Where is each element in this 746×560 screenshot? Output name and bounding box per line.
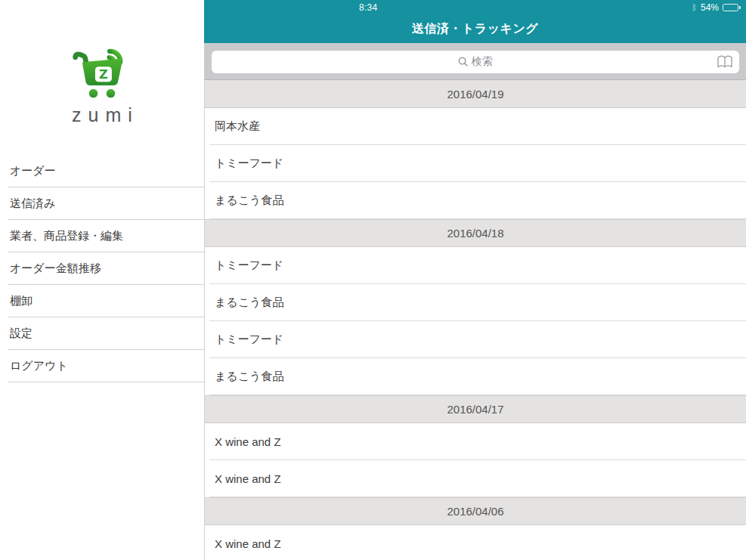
- sidebar-item-label: 送信済み: [10, 196, 55, 211]
- tracking-list: 2016/04/19岡本水産トミーフードまるこう食品2016/04/18トミーフ…: [204, 80, 746, 560]
- status-time: 8:34: [359, 2, 378, 13]
- vendor-row[interactable]: まるこう食品: [205, 358, 746, 395]
- vendor-name: X wine and Z: [215, 537, 281, 550]
- sidebar-item-label: 棚卸: [10, 294, 33, 308]
- vendor-row[interactable]: X wine and Z: [205, 423, 746, 460]
- vendor-name: X wine and Z: [215, 472, 281, 485]
- navigation-bar: 送信済・トラッキング: [204, 15, 746, 43]
- battery-percent: 54%: [701, 2, 719, 13]
- vendor-row[interactable]: X wine and Z: [205, 460, 746, 497]
- sidebar-item-5[interactable]: 設定: [0, 317, 204, 350]
- sidebar-item-4[interactable]: 棚卸: [0, 285, 204, 317]
- page-title: 送信済・トラッキング: [412, 21, 538, 37]
- search-placeholder: 検索: [458, 55, 493, 69]
- vendor-name: まるこう食品: [215, 193, 283, 208]
- section-date: 2016/04/19: [447, 88, 503, 101]
- sidebar-item-0[interactable]: オーダー: [0, 155, 204, 187]
- sidebar-item-label: オーダー金額推移: [10, 261, 101, 276]
- cart-logo-icon: Z: [66, 38, 138, 103]
- vendor-name: トミーフード: [215, 258, 283, 273]
- open-book-icon: [717, 55, 733, 69]
- sidebar-item-2[interactable]: 業者、商品登録・編集: [0, 220, 204, 252]
- app-logo: Z zumi: [0, 38, 204, 126]
- app-window: Z zumi オーダー送信済み業者、商品登録・編集オーダー金額推移棚卸設定ログア…: [0, 0, 746, 560]
- vendor-name: 岡本水産: [215, 119, 260, 134]
- vendor-row[interactable]: まるこう食品: [205, 182, 746, 219]
- section-date: 2016/04/17: [447, 403, 503, 416]
- svg-text:Z: Z: [99, 67, 108, 82]
- vendor-row[interactable]: トミーフード: [205, 247, 746, 284]
- vendor-row[interactable]: まるこう食品: [205, 284, 746, 321]
- section-date: 2016/04/18: [447, 227, 503, 240]
- status-bar: 8:34 ᛒ 54%: [204, 0, 746, 15]
- main-panel: 8:34 ᛒ 54% 送信済・トラッキング 検索: [204, 0, 746, 560]
- search-band: 検索: [204, 43, 746, 81]
- date-section-header: 2016/04/06: [205, 497, 746, 525]
- vendor-row[interactable]: トミーフード: [205, 145, 746, 182]
- vendor-name: まるこう食品: [215, 370, 283, 384]
- vendor-name: トミーフード: [215, 156, 283, 171]
- sidebar-item-label: ログアウト: [10, 359, 68, 373]
- battery-icon: [723, 4, 741, 11]
- sidebar: Z zumi オーダー送信済み業者、商品登録・編集オーダー金額推移棚卸設定ログア…: [0, 0, 204, 560]
- date-section-header: 2016/04/17: [205, 395, 746, 423]
- sidebar-item-1[interactable]: 送信済み: [0, 187, 204, 220]
- bookmarks-button[interactable]: [715, 53, 735, 71]
- sidebar-item-label: オーダー: [10, 164, 56, 178]
- bluetooth-icon: ᛒ: [692, 4, 697, 12]
- section-date: 2016/04/06: [447, 505, 503, 518]
- vendor-name: X wine and Z: [215, 435, 281, 448]
- vendor-row[interactable]: トミーフード: [205, 321, 746, 358]
- vendor-row[interactable]: 岡本水産: [205, 108, 746, 145]
- sidebar-item-6[interactable]: ログアウト: [0, 350, 204, 382]
- sidebar-item-label: 設定: [10, 326, 33, 341]
- date-section-header: 2016/04/19: [205, 80, 746, 108]
- search-input[interactable]: 検索: [212, 51, 739, 73]
- vendor-name: まるこう食品: [215, 295, 283, 310]
- sidebar-menu: オーダー送信済み業者、商品登録・編集オーダー金額推移棚卸設定ログアウト: [0, 155, 204, 382]
- sidebar-item-label: 業者、商品登録・編集: [10, 229, 123, 243]
- date-section-header: 2016/04/18: [205, 219, 746, 247]
- search-icon: [458, 57, 468, 67]
- sidebar-item-3[interactable]: オーダー金額推移: [0, 252, 204, 285]
- logo-wordmark: zumi: [65, 104, 139, 126]
- vendor-row[interactable]: X wine and Z: [205, 525, 746, 560]
- vendor-name: トミーフード: [215, 333, 283, 347]
